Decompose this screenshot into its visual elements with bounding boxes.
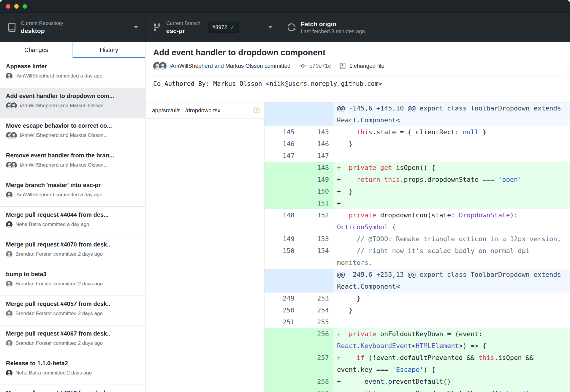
- sync-icon: [287, 23, 296, 32]
- tab-changes[interactable]: Changes: [0, 42, 72, 58]
- diff-code: }: [333, 138, 570, 150]
- new-line-number: 147: [299, 150, 333, 162]
- old-line-number: [265, 102, 299, 126]
- diff-rows: @@ -145,6 +145,10 @@ export class Toolba…: [265, 102, 570, 392]
- list-item[interactable]: bump to beta3Brendan Forster committed 2…: [0, 266, 145, 296]
- commit-list-meta: iAmWillShepherd committed a day ago: [6, 192, 139, 198]
- avatar: [6, 310, 12, 317]
- list-item[interactable]: Merge pull request #4070 from desk..Bren…: [0, 236, 145, 266]
- avatar: [6, 192, 12, 198]
- repository-label: Current Repository: [21, 20, 63, 26]
- branch-text: Current Branch esc-pr: [166, 20, 200, 35]
- diff-pane: @@ -145,6 +145,10 @@ export class Toolba…: [265, 102, 570, 392]
- diff-code: + private get isOpen() {: [333, 162, 570, 174]
- minimize-button-icon[interactable]: [14, 4, 19, 9]
- diff-line-row: 148152 private dropdownIcon(state: Dropd…: [265, 209, 570, 233]
- diff-code: + private onFoldoutKeyDown = (event: Rea…: [333, 328, 570, 352]
- commit-list-title: bump to beta3: [6, 271, 139, 278]
- file-list-item[interactable]: app/src/ui/t…/dropdown.tsx: [145, 102, 264, 119]
- commit-list-meta: Brendan Forster committed 2 days ago: [6, 251, 139, 257]
- old-line-number: [265, 388, 299, 392]
- new-line-number: 258: [299, 376, 333, 388]
- avatar-set: [6, 73, 12, 79]
- diff-line-row: 149153 // @TODO: Remake triangle octicon…: [265, 233, 570, 245]
- diff-code: + if (!event.defaultPrevented && this.is…: [333, 352, 570, 376]
- diff-line-row: 147147: [265, 150, 570, 162]
- diff-code: +: [333, 197, 570, 209]
- diff-body: app/src/ui/t…/dropdown.tsx @@ -145,6 +14…: [145, 102, 570, 392]
- diff-code: @@ -249,6 +253,13 @@ export class Toolba…: [333, 269, 570, 293]
- avatar: [10, 132, 17, 139]
- old-line-number: 147: [265, 150, 299, 162]
- commit-list-title: Remove event handler from the bran...: [6, 152, 139, 159]
- old-line-number: 145: [265, 126, 299, 138]
- app-toolbar: Current Repository desktop Current Branc…: [0, 13, 570, 42]
- list-item[interactable]: Release to 1.1.0-beta2Neha Batra committ…: [0, 355, 145, 385]
- list-item[interactable]: Merge pull request #4067 from desk..Bren…: [0, 325, 145, 355]
- diff-line-row: 249253 }: [265, 293, 570, 304]
- old-line-number: [265, 174, 299, 186]
- diff-code: // @TODO: Remake triangle octicon in a 1…: [333, 233, 570, 245]
- list-item[interactable]: Merge pull request #4057 from desk..Bren…: [0, 296, 145, 325]
- chevron-down-icon: [134, 26, 138, 29]
- new-line-number: 151: [299, 197, 333, 209]
- new-line-number: 150: [299, 186, 333, 197]
- avatar: [6, 370, 12, 376]
- modified-dot-icon: [254, 108, 259, 113]
- avatar-set: [6, 370, 12, 376]
- commit-summary: Add event handler to dropdown component …: [145, 42, 570, 102]
- avatar-set: [6, 102, 17, 109]
- commit-list-title: Merge pull request #4052 from desk..: [6, 390, 139, 392]
- old-line-number: [265, 186, 299, 197]
- toolbar-spacer: [417, 13, 570, 42]
- new-line-number: 257: [299, 352, 333, 376]
- commit-title: Add event handler to dropdown component: [153, 48, 562, 57]
- diff-line-row: 257+ if (!event.defaultPrevented && this…: [265, 352, 570, 376]
- changed-files-pane: app/src/ui/t…/dropdown.tsx: [145, 102, 265, 392]
- close-button-icon[interactable]: [6, 4, 10, 9]
- fetch-origin-button[interactable]: Fetch origin Last fetched 3 minutes ago: [280, 13, 417, 42]
- pr-badge[interactable]: #3972 ✓: [208, 22, 239, 33]
- commit-description: Co-Authored-By: Markus Olsson <niik@user…: [153, 75, 562, 87]
- old-line-number: [265, 162, 299, 174]
- list-item[interactable]: Merge pull request #4044 from des...Neha…: [0, 207, 145, 236]
- diff-line-row: 145145 this.state = { clientRect: null }: [265, 126, 570, 138]
- list-item[interactable]: Merge pull request #4052 from desk..Bren…: [0, 385, 145, 392]
- file-diff-icon: [339, 62, 346, 69]
- tab-history[interactable]: History: [72, 42, 145, 58]
- commit-list-title: Merge branch 'master' into esc-pr: [6, 182, 139, 189]
- diff-code: [333, 316, 570, 328]
- commit-list-meta-text: iAmWillShepherd and Markus Olsson...: [20, 103, 108, 109]
- new-line-number: 148: [299, 162, 333, 174]
- diff-code: // right now it's scaled badly on normal…: [333, 245, 570, 269]
- list-item[interactable]: Move escape behavior to correct co...iAm…: [0, 118, 145, 147]
- git-branch-icon: [153, 23, 162, 32]
- avatar-set: [6, 221, 12, 228]
- commit-list-meta: Brendan Forster committed 2 days ago: [6, 310, 139, 317]
- diff-line-row: 150+ }: [265, 186, 570, 197]
- list-item[interactable]: Remove event handler from the bran...iAm…: [0, 147, 145, 177]
- repo-icon: [7, 23, 16, 32]
- old-line-number: 251: [265, 316, 299, 328]
- new-line-number: 153: [299, 233, 333, 245]
- new-line-number: 259: [299, 388, 333, 392]
- changed-files-count: 1 changed file: [349, 63, 384, 69]
- current-repository-button[interactable]: Current Repository desktop: [0, 13, 145, 42]
- commit-list-meta: Brendan Forster committed 2 days ago: [6, 340, 139, 347]
- new-line-number: 256: [299, 328, 333, 352]
- commit-list-meta: Neha Batra committed 2 days ago: [6, 370, 139, 376]
- window-titlebar: [0, 0, 570, 13]
- avatar-set: [6, 310, 12, 317]
- diff-line-row: 148+ private get isOpen() {: [265, 162, 570, 174]
- byline-avatars: [153, 62, 167, 70]
- branch-name: esc-pr: [166, 27, 200, 35]
- zoom-button-icon[interactable]: [23, 4, 27, 9]
- list-item[interactable]: Appease linteriAmWillShepherd committed …: [0, 58, 145, 88]
- current-branch-button[interactable]: Current Branch esc-pr #3972 ✓: [145, 13, 280, 42]
- commit-list-meta-text: iAmWillShepherd committed a day ago: [15, 192, 102, 198]
- list-item[interactable]: Merge branch 'master' into esc-priAmWill…: [0, 177, 145, 207]
- commit-list-title: Merge pull request #4067 from desk..: [6, 330, 139, 337]
- diff-code: + return this.props.dropdownState === 'o…: [333, 174, 570, 186]
- commit-list-meta: iAmWillShepherd committed a day ago: [6, 73, 139, 79]
- list-item[interactable]: Add event handler to dropdown com...iAmW…: [0, 88, 145, 118]
